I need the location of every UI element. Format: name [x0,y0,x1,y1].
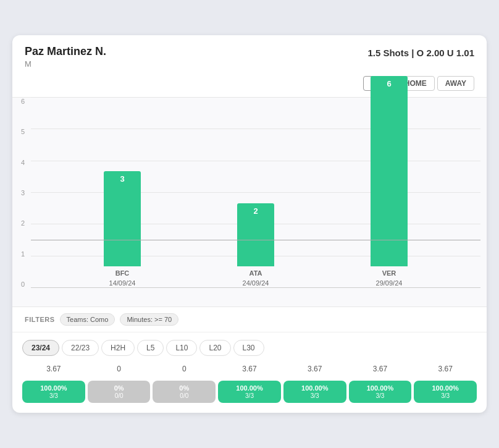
y-label-4: 4 [12,159,25,166]
stat-pct-2: 0% 0/0 [153,381,216,403]
bar-label-ver: VER 29/09/24 [376,269,403,288]
x-axis-line [31,287,480,288]
bar-value-bfc: 3 [120,171,124,184]
tab-2223[interactable]: 22/23 [62,340,99,356]
bars-container: 3 BFC 14/09/24 2 A [31,98,480,288]
odds-info: 1.5 Shots | O 2.00 U 1.01 [367,45,474,58]
stats-values-row: 3.67 0 0 3.67 3.67 3.67 3.67 [12,360,487,379]
bar-group-bfc: 3 BFC 14/09/24 [104,171,141,288]
stat-val-2: 0 [153,362,216,376]
filters-section: FILTERS Teams: Como Minutes: >= 70 [12,307,487,332]
stat-val-0: 3.67 [22,362,85,376]
bar-group-ata: 2 ATA 24/09/24 [237,203,274,288]
tab-2324[interactable]: 23/24 [22,340,59,356]
y-label-3: 3 [12,189,25,197]
bar-value-ata: 2 [253,203,258,216]
bar-label-bfc: BFC 14/09/24 [109,269,136,288]
bar-ver: 6 [371,76,408,266]
threshold-line [31,240,480,241]
stat-val-5: 3.67 [349,362,412,376]
tab-l30[interactable]: L30 [233,340,264,356]
card-header: Paz Martinez N. M 1.5 Shots | O 2.00 U 1… [12,35,487,74]
filter-tag-teams[interactable]: Teams: Como [60,313,115,326]
location-filter-row: ALL HOME AWAY [12,74,487,97]
tab-l5[interactable]: L5 [137,340,164,356]
bar-group-ver: 6 VER 29/09/24 [371,76,408,288]
player-position: M [25,59,106,69]
tab-l10[interactable]: L10 [166,340,197,356]
bar-ata: 2 [237,203,274,267]
filters-label: FILTERS [25,316,55,323]
stat-pct-1: 0% 0/0 [88,381,151,403]
chart-plot: 3 BFC 14/09/24 2 A [31,98,480,288]
y-label-0: 0 [12,281,25,288]
y-label-2: 2 [12,219,25,227]
tab-h2h[interactable]: H2H [101,340,135,356]
bar-wrapper-bfc: 3 [104,171,141,266]
stat-pct-4: 100.00% 3/3 [283,381,346,403]
y-axis: 0 1 2 3 4 5 6 [12,98,25,288]
bar-wrapper-ata: 2 [237,203,274,267]
bar-value-ver: 6 [387,76,391,88]
player-card: Paz Martinez N. M 1.5 Shots | O 2.00 U 1… [12,35,487,413]
stat-pct-6: 100.00% 3/3 [414,381,477,403]
stat-val-6: 3.67 [414,362,477,376]
player-info: Paz Martinez N. M [25,45,106,69]
bar-wrapper-ver: 6 [371,76,408,266]
y-label-6: 6 [12,98,25,105]
stat-pct-3: 100.00% 3/3 [218,381,281,403]
y-label-5: 5 [12,128,25,135]
stat-val-1: 0 [88,362,151,376]
bar-bfc: 3 [104,171,141,266]
bar-chart: 0 1 2 3 4 5 6 [12,97,487,307]
stats-tabs-row: 23/24 22/23 H2H L5 L10 L20 L30 [12,332,487,360]
stats-pct-row: 100.00% 3/3 0% 0/0 0% 0/0 100.00% 3/3 10… [12,379,487,413]
stat-pct-0: 100.00% 3/3 [22,381,85,403]
stat-val-3: 3.67 [218,362,281,376]
stat-pct-5: 100.00% 3/3 [349,381,412,403]
tab-l20[interactable]: L20 [199,340,230,356]
y-label-1: 1 [12,250,25,258]
player-name: Paz Martinez N. [25,45,106,58]
stat-val-4: 3.67 [283,362,346,376]
bar-label-ata: ATA 24/09/24 [243,269,269,288]
filter-tag-minutes[interactable]: Minutes: >= 70 [120,313,178,326]
filter-away-button[interactable]: AWAY [437,76,474,91]
